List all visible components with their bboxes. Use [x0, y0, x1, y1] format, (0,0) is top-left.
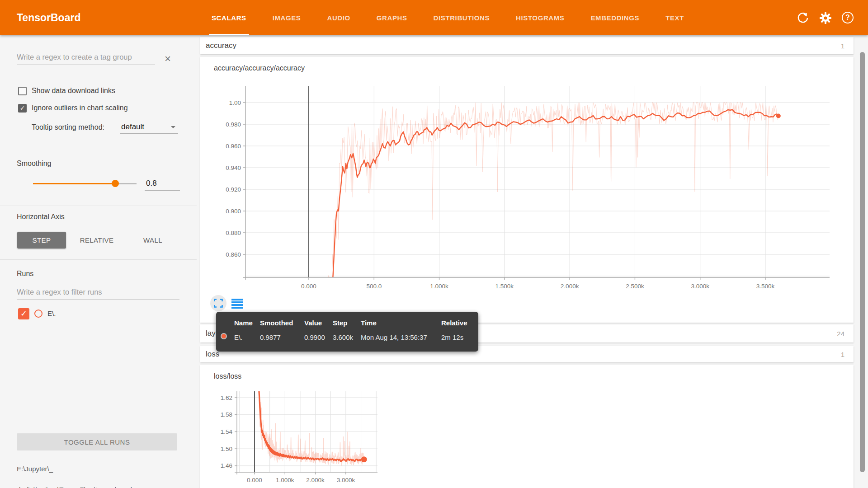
y-tick-label: 1.50: [221, 446, 232, 452]
axes: 1.000.9800.9600.9400.9200.9000.8800.8600…: [226, 86, 830, 290]
tooltip-header-time: Time: [361, 319, 441, 327]
y-tick-label: 0.860: [226, 251, 241, 258]
axes: 1.621.581.541.501.460.0001.000k2.000k3.0…: [221, 391, 377, 483]
x-tick-label: 1.000k: [276, 477, 294, 483]
loss-chart-card: loss/loss 1.621.581.541.501.460.0001.000…: [200, 365, 854, 488]
app-header: TensorBoard SCALARSIMAGESAUDIOGRAPHSDIST…: [0, 0, 868, 35]
ignore-outliers-label: Ignore outliers in chart scaling: [32, 104, 128, 112]
run-swatch-icon: [221, 333, 227, 339]
scrollbar-thumb[interactable]: [860, 52, 865, 472]
expand-chart-button[interactable]: [210, 295, 226, 311]
last-point-dot[interactable]: [776, 114, 781, 118]
run-checkbox[interactable]: ✓: [18, 308, 29, 319]
select-underline: [120, 133, 178, 134]
logdir-line2: drafts\ipython\TensorFlow\tensorboard: [17, 486, 132, 488]
smoothing-slider-track-filled[interactable]: [33, 183, 115, 184]
section-count: 24: [837, 330, 844, 338]
tab-scalars[interactable]: SCALARS: [209, 0, 249, 35]
ignore-outliers-checkbox[interactable]: ✓: [18, 104, 27, 113]
axis-wall-button[interactable]: WALL: [136, 232, 170, 249]
divider: [0, 148, 197, 148]
tab-histograms[interactable]: HISTOGRAMS: [513, 0, 567, 35]
show-download-links-label: Show data download links: [32, 87, 115, 95]
x-tick-label: 3.500k: [756, 283, 775, 290]
runs-label: Runs: [17, 270, 33, 278]
axis-step-button[interactable]: STEP: [17, 232, 66, 249]
help-icon[interactable]: ?: [842, 12, 854, 23]
last-point-dot[interactable]: [361, 456, 367, 462]
section-header-accuracy[interactable]: accuracy 1: [200, 37, 854, 54]
toggle-all-runs-button[interactable]: TOGGLE ALL RUNS: [17, 433, 177, 450]
settings-icon[interactable]: [819, 12, 832, 24]
y-tick-label: 1.58: [221, 411, 232, 418]
tab-distributions[interactable]: DISTRIBUTIONS: [431, 0, 492, 35]
tooltip-value: 0.9900: [304, 333, 333, 341]
tooltip-smoothed: 0.9877: [260, 333, 304, 341]
run-label: E\.: [47, 310, 56, 317]
x-tick-label: 2.000k: [561, 283, 579, 290]
tooltip-time: Mon Aug 14, 13:56:37: [361, 333, 441, 341]
smoothing-label: Smoothing: [17, 160, 52, 168]
section-title: accuracy: [206, 41, 236, 50]
section-title: lay: [206, 329, 216, 338]
tooltip-header-step: Step: [333, 319, 361, 327]
smoothing-underline: [145, 190, 180, 191]
chart-title: loss/loss: [214, 372, 241, 380]
divider: [0, 259, 197, 260]
x-tick-label: 500.0: [366, 283, 382, 290]
divider: [0, 206, 197, 206]
tooltip-step: 3.600k: [333, 333, 361, 341]
chart-tooltip: Name Smoothed Value Step Time Relative E…: [216, 312, 478, 352]
accuracy-chart-card: accuracy/accuracy/accuracy 1.000.9800.96…: [200, 57, 854, 323]
show-download-links-checkbox[interactable]: [18, 87, 27, 95]
smoothing-slider-handle[interactable]: [112, 180, 119, 187]
y-tick-label: 1.00: [229, 99, 241, 106]
x-tick-label: 3.000k: [337, 477, 355, 483]
smoothing-value[interactable]: 0.8: [146, 179, 157, 188]
tooltip-header-name: Name: [234, 319, 260, 327]
runs-filter-input[interactable]: [17, 285, 179, 300]
y-tick-label: 0.940: [226, 164, 241, 171]
section-count: 1: [841, 351, 844, 358]
tab-audio[interactable]: AUDIO: [324, 0, 353, 35]
tab-graphs[interactable]: GRAPHS: [374, 0, 410, 35]
logdir-line1: E:\Jupyter\_: [17, 465, 53, 473]
x-tick-label: 0.000: [247, 477, 262, 483]
tag-filter-input[interactable]: [17, 50, 155, 65]
chart-title: accuracy/accuracy/accuracy: [214, 64, 305, 72]
y-tick-label: 1.54: [221, 428, 233, 435]
accuracy-chart[interactable]: 1.000.9800.9600.9400.9200.9000.8800.8600…: [200, 57, 854, 323]
sidebar: × Show data download links ✓ Ignore outl…: [0, 35, 197, 488]
x-tick-label: 3.000k: [691, 283, 709, 290]
x-tick-label: 1.500k: [495, 283, 514, 290]
y-tick-label: 0.920: [226, 186, 241, 193]
tab-images[interactable]: IMAGES: [270, 0, 304, 35]
smoothed-series-line: [333, 110, 778, 277]
close-icon[interactable]: ×: [165, 52, 171, 65]
x-tick-label: 0.000: [301, 283, 316, 290]
toggle-data-table-button[interactable]: [231, 299, 243, 310]
tooltip-name: E\.: [234, 333, 260, 341]
tooltip-sorting-select[interactable]: default: [121, 122, 144, 131]
horizontal-axis-label: Horizontal Axis: [17, 213, 65, 221]
tooltip-relative: 2m 12s: [441, 333, 473, 341]
tab-text[interactable]: TEXT: [663, 0, 687, 35]
y-tick-label: 0.960: [226, 143, 241, 150]
tooltip-header-smoothed: Smoothed: [260, 319, 304, 327]
chevron-down-icon: [171, 126, 175, 128]
x-tick-label: 2.500k: [626, 283, 644, 290]
tooltip-header-relative: Relative: [441, 319, 473, 327]
axis-relative-button[interactable]: RELATIVE: [72, 232, 121, 249]
tab-bar: SCALARSIMAGESAUDIOGRAPHSDISTRIBUTIONSHIS…: [209, 0, 687, 35]
tab-embeddings[interactable]: EMBEDDINGS: [588, 0, 642, 35]
refresh-icon[interactable]: [797, 12, 809, 24]
y-tick-label: 1.46: [221, 462, 232, 469]
y-tick-label: 0.980: [226, 121, 241, 128]
fullscreen-icon: [214, 299, 223, 308]
section-count: 1: [841, 42, 844, 50]
x-tick-label: 2.000k: [306, 477, 325, 483]
loss-chart[interactable]: 1.621.581.541.501.460.0001.000k2.000k3.0…: [200, 365, 854, 488]
logdir-path: E:\Jupyter\_ drafts\ipython\TensorFlow\t…: [17, 453, 132, 488]
app-title: TensorBoard: [17, 12, 80, 24]
y-tick-label: 0.880: [226, 230, 241, 236]
